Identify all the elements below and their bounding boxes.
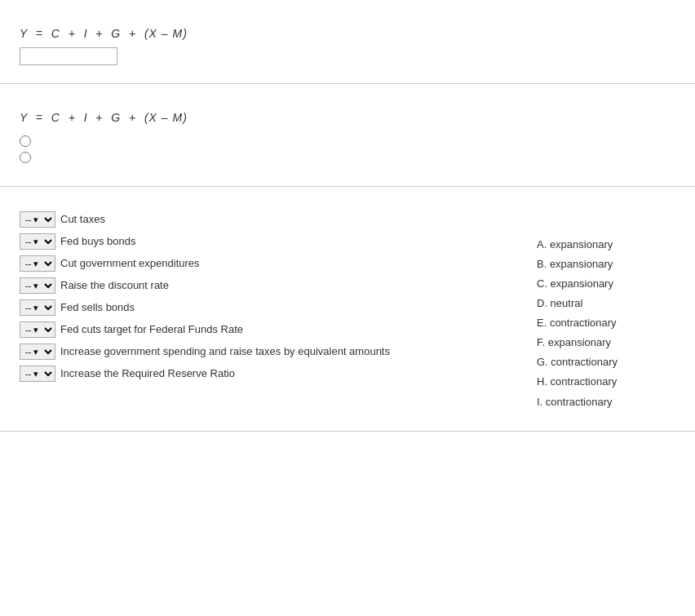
- match-label-3: Raise the discount rate: [60, 279, 169, 291]
- match-row-2: -- ▾ABCDEFGHICut government expenditures: [20, 255, 520, 272]
- question-12-body: -- ▾ABCDEFGHICut taxes-- ▾ABCDEFGHIFed b…: [11, 211, 684, 413]
- legend-item-5: F. expansionary: [537, 334, 684, 352]
- question-10-block: Y = C + I + G + (X – M): [0, 0, 695, 84]
- q11-radio-group: [20, 135, 684, 163]
- match-row-6: -- ▾ABCDEFGHIIncrease government spendin…: [20, 343, 520, 360]
- match-label-6: Increase government spending and raise t…: [60, 345, 390, 357]
- match-row-4: -- ▾ABCDEFGHIFed sells bonds: [20, 299, 520, 316]
- legend-item-0: A. expansionary: [537, 236, 684, 254]
- match-label-7: Increase the Required Reserve Ratio: [60, 367, 235, 379]
- q11-math-line: Y = C + I + G + (X – M): [20, 109, 684, 126]
- legend-item-1: B. expansionary: [537, 255, 684, 273]
- match-row-5: -- ▾ABCDEFGHIFed cuts target for Federal…: [20, 321, 520, 338]
- question-12-block: -- ▾ABCDEFGHICut taxes-- ▾ABCDEFGHIFed b…: [0, 187, 695, 432]
- match-label-1: Fed buys bonds: [60, 235, 136, 247]
- match-label-4: Fed sells bonds: [60, 301, 135, 313]
- match-label-0: Cut taxes: [60, 213, 105, 225]
- legend-item-7: H. contractionary: [537, 373, 684, 391]
- question-10-body: Y = C + I + G + (X – M): [11, 24, 684, 65]
- question-11-block: Y = C + I + G + (X – M): [0, 84, 695, 186]
- q12-right-col: A. expansionaryB. expansionaryC. expansi…: [520, 211, 684, 413]
- match-select-2[interactable]: -- ▾ABCDEFGHI: [20, 255, 55, 272]
- q12-layout: -- ▾ABCDEFGHICut taxes-- ▾ABCDEFGHIFed b…: [20, 211, 684, 413]
- match-select-5[interactable]: -- ▾ABCDEFGHI: [20, 321, 55, 338]
- match-select-7[interactable]: -- ▾ABCDEFGHI: [20, 366, 55, 382]
- q11-false-option: [20, 152, 684, 163]
- question-11-body: Y = C + I + G + (X – M): [11, 109, 684, 162]
- match-select-3[interactable]: -- ▾ABCDEFGHI: [20, 277, 55, 294]
- q11-true-option: [20, 135, 684, 147]
- match-label-5: Fed cuts target for Federal Funds Rate: [60, 323, 243, 335]
- match-select-1[interactable]: -- ▾ABCDEFGHI: [20, 233, 55, 250]
- match-select-0[interactable]: -- ▾ABCDEFGHI: [20, 211, 55, 228]
- legend-item-6: G. contractionary: [537, 353, 684, 371]
- q10-answer-input[interactable]: [20, 47, 117, 65]
- legend-item-3: D. neutral: [537, 295, 684, 312]
- match-select-6[interactable]: -- ▾ABCDEFGHI: [20, 343, 55, 360]
- legend-item-2: C. expansionary: [537, 275, 684, 293]
- q10-math-line: Y = C + I + G + (X – M): [20, 24, 684, 42]
- match-row-7: -- ▾ABCDEFGHIIncrease the Required Reser…: [20, 366, 520, 382]
- q11-false-radio[interactable]: [20, 152, 31, 163]
- match-select-4[interactable]: -- ▾ABCDEFGHI: [20, 299, 55, 316]
- match-row-3: -- ▾ABCDEFGHIRaise the discount rate: [20, 277, 520, 294]
- q11-true-radio[interactable]: [20, 135, 31, 147]
- legend-item-8: I. contractionary: [537, 393, 684, 411]
- match-label-2: Cut government expenditures: [60, 257, 200, 269]
- q12-left-col: -- ▾ABCDEFGHICut taxes-- ▾ABCDEFGHIFed b…: [20, 211, 520, 413]
- match-row-0: -- ▾ABCDEFGHICut taxes: [20, 211, 520, 228]
- match-row-1: -- ▾ABCDEFGHIFed buys bonds: [20, 233, 520, 250]
- legend-item-4: E. contractionary: [537, 314, 684, 332]
